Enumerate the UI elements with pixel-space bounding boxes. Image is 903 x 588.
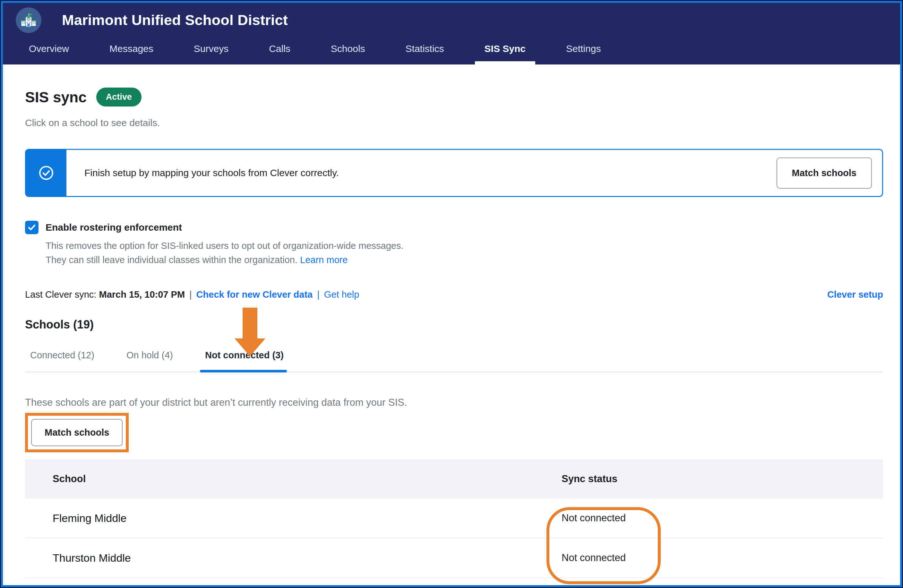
get-help-link[interactable]: Get help [324,289,359,300]
check-circle-icon [38,165,54,181]
sync-status-value: Not connected [562,512,883,524]
sync-status-value: Not connected [562,552,883,564]
district-logo [16,7,41,33]
nav-tab-settings[interactable]: Settings [557,33,610,64]
table-row[interactable]: Thurston Middle Not connected [25,538,883,578]
sync-info-row: Last Clever sync: March 15, 10:07 PM | C… [25,289,883,300]
nav-tab-sis-sync[interactable]: SIS Sync [475,33,535,64]
learn-more-link[interactable]: Learn more [300,255,348,265]
column-header-sync-status: Sync status [562,473,883,485]
page-title: SIS sync [25,88,87,106]
setup-banner: Finish setup by mapping your schools fro… [25,149,883,197]
nav-tab-surveys[interactable]: Surveys [184,33,238,64]
district-title: Marimont Unified School District [62,12,288,28]
tab-connected[interactable]: Connected (12) [30,350,94,371]
table-row[interactable]: Fleming Middle Not connected [25,498,883,538]
title-row: SIS sync Active [25,88,883,107]
last-sync-label: Last Clever sync: [25,289,96,300]
main-nav: Overview Messages Surveys Calls Schools … [3,33,900,64]
down-arrow-annotation [234,308,265,356]
banner-accent [26,150,66,196]
rostering-description-line1: This removes the option for SIS-linked u… [46,239,883,253]
nav-tab-overview[interactable]: Overview [19,33,79,64]
last-sync-timestamp: March 15, 10:07 PM [99,289,185,300]
match-schools-highlight-annotation: Match schools [25,413,129,452]
schools-heading: Schools (19) [25,318,883,332]
not-connected-description: These schools are part of your district … [25,397,883,408]
main-content: SIS sync Active Click on a school to see… [3,64,900,578]
match-schools-button[interactable]: Match schools [31,419,123,446]
nav-tab-schools[interactable]: Schools [321,33,375,64]
nav-tab-messages[interactable]: Messages [100,33,163,64]
separator: | [189,289,192,300]
rostering-checkbox[interactable] [25,221,38,234]
table-header-row: School Sync status [25,459,883,498]
nav-tab-statistics[interactable]: Statistics [396,33,454,64]
school-name: Fleming Middle [25,512,562,525]
app-header: Marimont Unified School District Overvie… [3,3,900,64]
nav-tab-calls[interactable]: Calls [259,33,300,64]
checkmark-icon [27,223,36,232]
check-clever-data-link[interactable]: Check for new Clever data [197,289,313,300]
banner-message: Finish setup by mapping your schools fro… [84,167,339,178]
clever-setup-link[interactable]: Clever setup [827,289,883,300]
screenshot-frame: Marimont Unified School District Overvie… [0,0,903,588]
schools-table: School Sync status Fleming Middle Not co… [25,459,883,578]
tab-on-hold[interactable]: On hold (4) [126,350,173,371]
rostering-description: This removes the option for SIS-linked u… [46,239,883,267]
status-badge: Active [96,88,142,107]
rostering-description-line2: They can still leave individual classes … [46,253,883,267]
school-name: Thurston Middle [25,552,562,564]
separator: | [317,289,319,300]
rostering-label: Enable rostering enforcement [46,222,182,233]
school-building-icon [20,11,37,29]
page-subtitle: Click on a school to see details. [25,117,883,128]
column-header-school: School [25,473,562,485]
schools-tabs: Connected (12) On hold (4) Not connected… [25,350,883,373]
match-schools-banner-button[interactable]: Match schools [777,157,872,189]
header-top: Marimont Unified School District [3,3,900,33]
rostering-section: Enable rostering enforcement This remove… [25,221,883,267]
page: Marimont Unified School District Overvie… [1,1,902,587]
